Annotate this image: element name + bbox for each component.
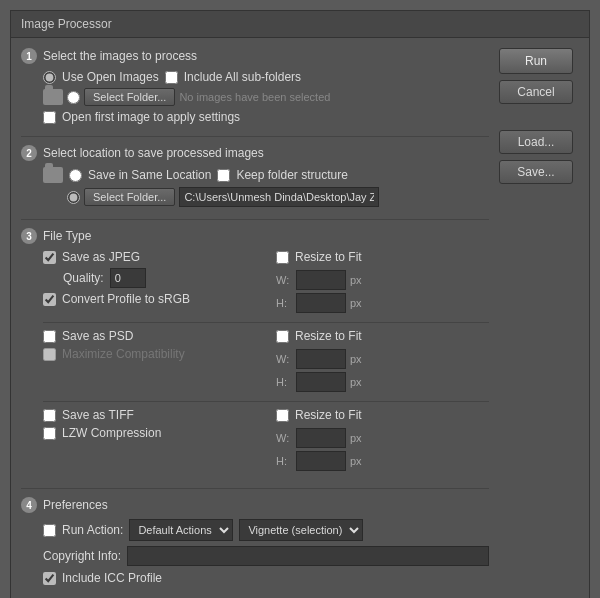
- resize-to-fit-jpeg-checkbox[interactable]: [276, 251, 289, 264]
- convert-profile-checkbox[interactable]: [43, 293, 56, 306]
- convert-profile-label: Convert Profile to sRGB: [62, 292, 190, 306]
- select-folder-button-2[interactable]: Select Folder...: [84, 188, 175, 206]
- keep-folder-checkbox[interactable]: [217, 169, 230, 182]
- px-label-psd-h: px: [350, 376, 362, 388]
- resize-to-fit-tiff-checkbox[interactable]: [276, 409, 289, 422]
- main-panel: 1 Select the images to process Use Open …: [21, 48, 489, 598]
- no-images-message: No images have been selected: [179, 91, 330, 103]
- use-open-images-label: Use Open Images: [62, 70, 159, 84]
- section-2-title: Select location to save processed images: [43, 146, 264, 160]
- select-folder-button-1[interactable]: Select Folder...: [84, 88, 175, 106]
- dialog-title: Image Processor: [21, 17, 112, 31]
- open-first-image-label: Open first image to apply settings: [62, 110, 240, 124]
- px-label-jpeg-h: px: [350, 297, 362, 309]
- copyright-info-label: Copyright Info:: [43, 549, 121, 563]
- same-location-radio[interactable]: [69, 169, 82, 182]
- title-bar: Image Processor: [11, 11, 589, 38]
- section-1: 1 Select the images to process Use Open …: [21, 48, 489, 137]
- w-label-tiff: W:: [276, 432, 292, 444]
- w-label-psd: W:: [276, 353, 292, 365]
- save-jpeg-checkbox[interactable]: [43, 251, 56, 264]
- h-label-psd: H:: [276, 376, 292, 388]
- psd-height-input[interactable]: [296, 372, 346, 392]
- image-processor-dialog: Image Processor 1 Select the images to p…: [10, 10, 590, 598]
- select-folder-radio[interactable]: [67, 91, 80, 104]
- tiff-height-input[interactable]: [296, 451, 346, 471]
- cancel-button[interactable]: Cancel: [499, 80, 573, 104]
- px-label-tiff-h: px: [350, 455, 362, 467]
- section-3-title: File Type: [43, 229, 91, 243]
- section-2: 2 Select location to save processed imag…: [21, 145, 489, 220]
- save-tiff-checkbox[interactable]: [43, 409, 56, 422]
- save-tiff-label: Save as TIFF: [62, 408, 134, 422]
- same-location-label: Save in Same Location: [88, 168, 211, 182]
- copyright-input[interactable]: [127, 546, 489, 566]
- folder-icon-2: [43, 167, 63, 183]
- section-1-num: 1: [21, 48, 37, 64]
- resize-to-fit-jpeg-label: Resize to Fit: [295, 250, 362, 264]
- psd-width-input[interactable]: [296, 349, 346, 369]
- run-action-label: Run Action:: [62, 523, 123, 537]
- load-button[interactable]: Load...: [499, 130, 573, 154]
- folder-icon-1: [43, 89, 63, 105]
- quality-input[interactable]: [110, 268, 146, 288]
- run-button[interactable]: Run: [499, 48, 573, 74]
- folder-path-input[interactable]: C:\Users\Unmesh Dinda\Desktop\Jay Z: [179, 187, 379, 207]
- include-icc-label: Include ICC Profile: [62, 571, 162, 585]
- px-label-psd-w: px: [350, 353, 362, 365]
- section-4: 4 Preferences Run Action: Default Action…: [21, 497, 489, 598]
- maximize-compat-checkbox[interactable]: [43, 348, 56, 361]
- save-psd-label: Save as PSD: [62, 329, 133, 343]
- quality-label: Quality:: [63, 271, 104, 285]
- include-subfolders-checkbox[interactable]: [165, 71, 178, 84]
- resize-to-fit-tiff-label: Resize to Fit: [295, 408, 362, 422]
- include-icc-checkbox[interactable]: [43, 572, 56, 585]
- save-button[interactable]: Save...: [499, 160, 573, 184]
- section-3-num: 3: [21, 228, 37, 244]
- maximize-compat-label: Maximize Compatibility: [62, 347, 185, 361]
- w-label-jpeg: W:: [276, 274, 292, 286]
- open-first-image-checkbox[interactable]: [43, 111, 56, 124]
- save-psd-checkbox[interactable]: [43, 330, 56, 343]
- include-subfolders-label: Include All sub-folders: [184, 70, 301, 84]
- lzw-label: LZW Compression: [62, 426, 161, 440]
- px-label-tiff-w: px: [350, 432, 362, 444]
- load-save-group: Load... Save...: [499, 130, 579, 184]
- section-4-num: 4: [21, 497, 37, 513]
- lzw-checkbox[interactable]: [43, 427, 56, 440]
- select-dest-folder-radio[interactable]: [67, 191, 80, 204]
- run-action-checkbox[interactable]: [43, 524, 56, 537]
- use-open-images-radio[interactable]: [43, 71, 56, 84]
- keep-folder-label: Keep folder structure: [236, 168, 347, 182]
- jpeg-height-input[interactable]: [296, 293, 346, 313]
- resize-to-fit-psd-checkbox[interactable]: [276, 330, 289, 343]
- tiff-width-input[interactable]: [296, 428, 346, 448]
- side-panel: Run Cancel Load... Save...: [499, 48, 579, 598]
- save-jpeg-label: Save as JPEG: [62, 250, 140, 264]
- section-3: 3 File Type Save as JPEG Quality:: [21, 228, 489, 489]
- h-label-tiff: H:: [276, 455, 292, 467]
- resize-to-fit-psd-label: Resize to Fit: [295, 329, 362, 343]
- h-label-jpeg: H:: [276, 297, 292, 309]
- default-actions-select[interactable]: Default Actions: [129, 519, 233, 541]
- section-1-title: Select the images to process: [43, 49, 197, 63]
- vignette-select[interactable]: Vignette (selection): [239, 519, 363, 541]
- section-4-title: Preferences: [43, 498, 108, 512]
- jpeg-width-input[interactable]: [296, 270, 346, 290]
- px-label-jpeg-w: px: [350, 274, 362, 286]
- section-2-num: 2: [21, 145, 37, 161]
